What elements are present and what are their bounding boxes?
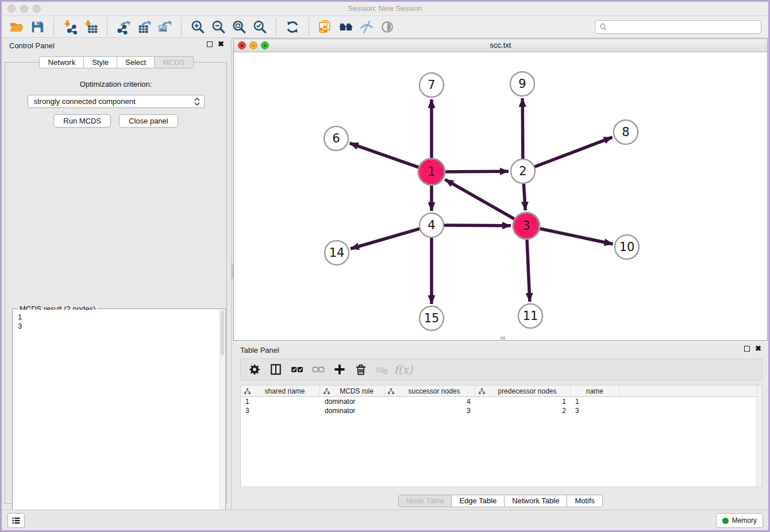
network-canvas[interactable]: 7968124314101511 bbox=[234, 52, 767, 340]
edge-1-2[interactable] bbox=[444, 171, 509, 172]
add-button[interactable] bbox=[330, 361, 349, 378]
cell-name[interactable]: 3 bbox=[571, 406, 619, 415]
visibility-icon bbox=[380, 20, 395, 34]
refresh-button[interactable] bbox=[282, 18, 303, 36]
float-panel-icon[interactable] bbox=[207, 41, 213, 47]
columns-button[interactable] bbox=[267, 361, 285, 378]
cell-shared-name[interactable]: 1 bbox=[241, 397, 320, 406]
node-label: 9 bbox=[518, 77, 526, 91]
toolbar-separator bbox=[309, 18, 309, 36]
column-header-shared-name[interactable]: shared name bbox=[241, 385, 320, 396]
table-row[interactable]: 1dominator411 bbox=[241, 397, 762, 406]
columns-icon bbox=[269, 363, 283, 376]
mcds-result-text[interactable]: 13 bbox=[13, 310, 225, 523]
edge-3-11[interactable] bbox=[527, 238, 530, 302]
edge-1-6[interactable] bbox=[350, 143, 421, 168]
open-folder-button[interactable] bbox=[6, 18, 27, 36]
close-panel-icon[interactable]: ✖ bbox=[218, 41, 224, 47]
clone-network-button[interactable] bbox=[315, 18, 336, 36]
node-label: 10 bbox=[619, 240, 635, 254]
deselect-all-button[interactable] bbox=[309, 361, 328, 378]
node-1[interactable]: 1 bbox=[418, 159, 445, 185]
task-history-button[interactable] bbox=[7, 513, 25, 528]
table-row[interactable]: 3dominator323 bbox=[241, 406, 762, 415]
export-image-button[interactable] bbox=[155, 18, 175, 36]
edge-3-10[interactable] bbox=[538, 228, 613, 244]
search-input[interactable] bbox=[610, 21, 757, 33]
select-all-button[interactable] bbox=[288, 361, 306, 378]
edge-2-3[interactable] bbox=[523, 182, 525, 210]
tab-edge-table[interactable]: Edge Table bbox=[452, 495, 505, 507]
node-6[interactable]: 6 bbox=[324, 126, 348, 151]
tab-style[interactable]: Style bbox=[84, 56, 117, 68]
trash-button[interactable] bbox=[352, 361, 370, 378]
node-3[interactable]: 3 bbox=[513, 213, 540, 239]
node-7[interactable]: 7 bbox=[419, 73, 444, 97]
edge-4-14[interactable] bbox=[351, 228, 421, 249]
add-icon bbox=[333, 363, 346, 376]
export-table-icon bbox=[137, 20, 152, 34]
table-scrollbar[interactable] bbox=[756, 385, 762, 487]
frame-resize-handle[interactable] bbox=[500, 337, 505, 340]
hide-visibility-button[interactable] bbox=[356, 18, 377, 36]
criterion-dropdown[interactable]: strongly connected component bbox=[28, 95, 205, 108]
node-15[interactable]: 15 bbox=[419, 306, 444, 330]
cell-predecessor-nodes[interactable]: 1 bbox=[475, 397, 571, 406]
node-8[interactable]: 8 bbox=[614, 120, 638, 144]
import-network-button[interactable] bbox=[60, 18, 80, 36]
zoom-fit-button[interactable] bbox=[229, 18, 249, 36]
column-header-name[interactable]: name bbox=[571, 385, 619, 396]
tab-node-table[interactable]: Node Table bbox=[398, 495, 452, 507]
cell-MCDS-role[interactable]: dominator bbox=[320, 406, 384, 415]
run-mcds-button[interactable]: Run MCDS bbox=[53, 114, 111, 128]
node-9[interactable]: 9 bbox=[510, 72, 534, 96]
table-float-icon[interactable] bbox=[744, 346, 750, 352]
tab-network[interactable]: Network bbox=[39, 56, 84, 68]
tab-network-table[interactable]: Network Table bbox=[505, 495, 567, 507]
home-button[interactable] bbox=[336, 18, 356, 36]
node-11[interactable]: 11 bbox=[518, 304, 542, 328]
memory-button[interactable]: Memory bbox=[716, 513, 763, 528]
cell-name[interactable]: 1 bbox=[571, 397, 619, 406]
edge-2-9[interactable] bbox=[522, 98, 523, 160]
edge-3-1[interactable] bbox=[445, 179, 516, 219]
hide-visibility-icon bbox=[359, 20, 374, 34]
toolbar-separator bbox=[107, 18, 107, 36]
export-table-button[interactable] bbox=[134, 18, 155, 36]
save-button[interactable] bbox=[27, 18, 48, 36]
search-box[interactable] bbox=[595, 20, 761, 34]
zoom-selected-button[interactable] bbox=[249, 18, 270, 36]
result-scrollbar[interactable] bbox=[220, 310, 225, 523]
edge-4-3[interactable] bbox=[442, 225, 511, 226]
table-toolbar: f(x) bbox=[240, 358, 763, 380]
cell-predecessor-nodes[interactable]: 2 bbox=[475, 406, 571, 415]
table-close-icon[interactable]: ✖ bbox=[755, 346, 761, 352]
export-network-button[interactable] bbox=[113, 18, 134, 36]
clone-network-icon bbox=[318, 20, 333, 34]
node-10[interactable]: 10 bbox=[615, 235, 639, 259]
hierarchy-icon bbox=[244, 388, 251, 394]
column-header-predecessor-nodes[interactable]: predecessor nodes bbox=[475, 385, 571, 396]
import-table-button[interactable] bbox=[80, 18, 101, 36]
table-tabs: Node TableEdge TableNetwork TableMotifs bbox=[233, 495, 768, 507]
tab-motifs[interactable]: Motifs bbox=[567, 495, 603, 507]
node-2[interactable]: 2 bbox=[511, 159, 535, 183]
close-panel-button[interactable]: Close panel bbox=[119, 114, 178, 128]
node-14[interactable]: 14 bbox=[325, 241, 349, 265]
cell-MCDS-role[interactable]: dominator bbox=[320, 397, 384, 406]
deselect-all-icon bbox=[311, 363, 325, 376]
zoom-out-button[interactable] bbox=[208, 18, 229, 36]
node-label: 2 bbox=[519, 164, 526, 178]
edge-2-8[interactable] bbox=[533, 137, 613, 167]
tab-select[interactable]: Select bbox=[117, 56, 155, 68]
cell-successor-nodes[interactable]: 4 bbox=[384, 397, 475, 406]
node-4[interactable]: 4 bbox=[419, 213, 444, 237]
visibility-button[interactable] bbox=[377, 18, 398, 36]
column-header-MCDS-role[interactable]: MCDS role bbox=[320, 385, 384, 396]
cell-successor-nodes[interactable]: 3 bbox=[384, 406, 475, 415]
zoom-in-button[interactable] bbox=[187, 18, 208, 36]
tab-mcds[interactable]: MCDS bbox=[155, 56, 193, 68]
column-header-successor-nodes[interactable]: successor nodes bbox=[384, 385, 475, 396]
gear-button[interactable] bbox=[245, 361, 264, 378]
cell-shared-name[interactable]: 3 bbox=[241, 406, 320, 415]
